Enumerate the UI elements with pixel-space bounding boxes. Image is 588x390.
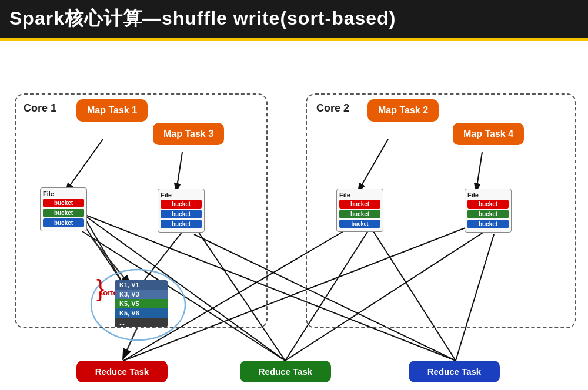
file-label-3: File: [339, 191, 380, 199]
file-card-1: File bucket bucket bucket: [40, 187, 87, 231]
bucket-2c: bucket: [161, 220, 202, 228]
sorted-row-5: ...: [115, 318, 168, 327]
bucket-3a: bucket: [339, 200, 380, 209]
map-task-3: Map Task 3: [153, 123, 224, 145]
map-task-1: Map Task 1: [76, 99, 148, 122]
bucket-2b: bucket: [161, 210, 202, 218]
reduce-task-2: Reduce Task: [240, 361, 331, 382]
header-title: Spark核心计算—shuffle write(sort-based): [9, 6, 396, 32]
reduce-task-1: Reduce Task: [76, 361, 168, 382]
file-label-1: File: [43, 190, 84, 197]
file-card-2: File bucket bucket bucket: [158, 189, 205, 233]
bucket-3b: bucket: [339, 210, 380, 218]
bucket-1a: bucket: [43, 199, 84, 207]
main-content: Core 1 Core 2 Map Task 1 Map Task 3 Map …: [0, 41, 588, 384]
bucket-1b: bucket: [43, 209, 84, 217]
sorted-row-2: K3, V3: [115, 290, 168, 299]
sorted-buffer: K1, V1 K3, V3 K5, V5 K5, V6 ...: [115, 280, 168, 327]
map-task-2: Map Task 2: [368, 99, 439, 122]
svg-line-19: [123, 325, 138, 358]
sorted-row-3: K5, V5: [115, 299, 168, 308]
bucket-4c: bucket: [467, 220, 509, 228]
bucket-3c: bucket: [339, 220, 380, 228]
sorted-row-1: K1, V1: [115, 280, 168, 290]
file-card-3: File bucket bucket bucket: [336, 189, 383, 232]
sorted-row-4: K5, V6: [115, 308, 168, 318]
file-label-2: File: [161, 191, 202, 199]
file-label-4: File: [467, 191, 509, 199]
core1-label: Core 1: [24, 102, 56, 115]
reduce-task-3: Reduce Task: [409, 361, 500, 382]
core2-label: Core 2: [316, 102, 349, 115]
file-card-4: File bucket bucket bucket: [465, 189, 512, 233]
bucket-1c: bucket: [43, 218, 84, 227]
map-task-4: Map Task 4: [453, 123, 524, 145]
bucket-4a: bucket: [467, 200, 509, 209]
header: Spark核心计算—shuffle write(sort-based): [0, 0, 588, 38]
bucket-2a: bucket: [161, 200, 202, 209]
bucket-4b: bucket: [467, 210, 509, 218]
